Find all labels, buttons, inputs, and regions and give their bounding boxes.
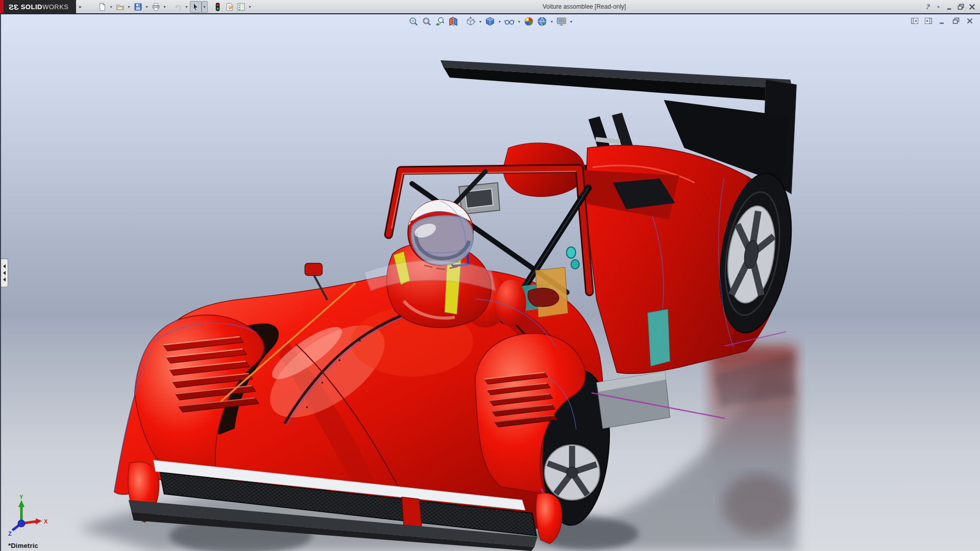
new-document-dropdown[interactable]: ▾ (108, 1, 114, 13)
previous-view-icon (435, 16, 445, 27)
collapse-arrow-icon (3, 264, 6, 268)
menu-expand-arrow[interactable]: ▸ (77, 2, 84, 12)
select-dropdown[interactable]: ▾ (202, 1, 208, 13)
help-dropdown-button[interactable] (933, 2, 943, 12)
undo-icon (174, 3, 182, 11)
apply-scene-icon (537, 16, 547, 27)
logo-glyph: ЗS (9, 3, 19, 11)
window-title: Voiture assomblee [Read-only] (543, 0, 626, 13)
model-render[interactable] (1, 14, 980, 551)
file-properties-icon (225, 3, 234, 11)
triad-x-label: X (44, 518, 48, 524)
select-button[interactable] (190, 1, 202, 13)
solidworks-logo: ЗS SOLIDWORKS (0, 0, 76, 13)
open-button[interactable] (114, 1, 126, 13)
collapse-arrow-icon (3, 278, 6, 282)
edit-appearance-icon (524, 16, 534, 27)
help-dropdown-icon (935, 3, 942, 11)
new-document-icon (98, 3, 107, 11)
doc-minimize-button[interactable] (937, 16, 947, 26)
hide-show-items-dropdown[interactable]: ▾ (516, 15, 522, 28)
new-document-button[interactable] (96, 1, 108, 13)
logo-brand-bold: SOLID (21, 3, 42, 11)
doc-minimize-icon (938, 17, 946, 25)
save-button[interactable] (132, 1, 144, 13)
open-icon (116, 3, 125, 11)
previous-view-button[interactable] (433, 15, 447, 28)
save-dropdown[interactable]: ▾ (144, 1, 150, 13)
print-dropdown[interactable]: ▾ (162, 1, 168, 13)
toggle-left-pane-icon (911, 17, 919, 25)
options-button[interactable] (235, 1, 247, 13)
rebuild-button[interactable] (212, 1, 224, 13)
doc-restore-icon (952, 17, 960, 25)
hide-show-items-icon (504, 16, 514, 27)
rebuild-icon (213, 3, 222, 11)
file-properties-button[interactable] (224, 1, 235, 13)
open-dropdown[interactable]: ▾ (126, 1, 132, 13)
save-icon (134, 3, 142, 11)
collapse-arrow-icon (3, 271, 6, 275)
view-settings-icon (556, 16, 567, 27)
edit-appearance-button[interactable] (522, 15, 535, 28)
zoom-to-fit-icon (408, 16, 419, 27)
window-restore-icon (957, 3, 965, 11)
section-view-icon (448, 16, 458, 27)
hide-show-items-button[interactable] (503, 15, 516, 28)
logo-accent-strip (0, 0, 4, 13)
section-view-button[interactable] (447, 15, 460, 28)
help-button[interactable]: ? (922, 2, 932, 12)
toggle-right-pane-button[interactable] (923, 16, 934, 26)
view-settings-button[interactable] (555, 15, 568, 28)
zoom-to-area-button[interactable] (420, 15, 433, 28)
zoom-to-area-icon (422, 16, 432, 27)
orientation-triad: Y X Z (4, 495, 50, 538)
window-close-button[interactable] (967, 2, 977, 12)
view-orientation-label: *Dimetric (8, 542, 38, 549)
undo-dropdown[interactable]: ▾ (184, 1, 190, 13)
headsup-view-toolbar: ▾▾▾▾▾ (407, 15, 574, 28)
display-style-button[interactable] (483, 15, 497, 28)
title-bar: ЗS SOLIDWORKS ▸ ▾▾▾▾▾▾▾ Voiture assomble… (0, 0, 980, 14)
toggle-left-pane-button[interactable] (910, 16, 920, 26)
help-icon: ? (923, 3, 931, 11)
print-button[interactable] (150, 1, 162, 13)
view-orientation-icon (465, 16, 476, 27)
document-window-controls (910, 16, 975, 26)
display-style-icon (485, 16, 495, 27)
featuremanager-collapsed-tab[interactable] (1, 259, 8, 287)
triad-z-label: Z (8, 531, 12, 537)
window-minimize-icon (946, 3, 953, 11)
standard-toolbar: ▾▾▾▾▾▾▾ (96, 0, 253, 13)
svg-text:?: ? (925, 3, 930, 11)
window-minimize-button[interactable] (944, 2, 954, 12)
print-icon (152, 3, 160, 11)
window-restore-button[interactable] (955, 2, 966, 12)
toggle-right-pane-icon (924, 17, 933, 25)
solidworks-window: ЗS SOLIDWORKS ▸ ▾▾▾▾▾▾▾ Voiture assomble… (0, 0, 980, 551)
logo-brand-light: WORKS (42, 3, 69, 11)
display-style-dropdown[interactable]: ▾ (497, 15, 503, 28)
options-icon (237, 3, 246, 11)
doc-close-icon (966, 17, 974, 25)
zoom-to-fit-button[interactable] (407, 15, 420, 28)
apply-scene-dropdown[interactable]: ▾ (549, 15, 555, 28)
select-icon (191, 3, 200, 11)
apply-scene-button[interactable] (535, 15, 549, 28)
options-dropdown[interactable]: ▾ (247, 1, 253, 13)
window-close-icon (968, 3, 976, 11)
right-mirror (528, 288, 559, 307)
view-settings-dropdown[interactable]: ▾ (568, 15, 574, 28)
doc-restore-button[interactable] (951, 16, 961, 26)
graphics-viewport[interactable]: ▾▾▾▾▾ Y X Z *Dimetric (0, 14, 980, 551)
triad-y-label: Y (19, 495, 23, 500)
view-orientation-dropdown[interactable]: ▾ (477, 15, 483, 28)
intake-housing (459, 183, 500, 214)
doc-close-button[interactable] (965, 16, 975, 26)
undo-button[interactable] (172, 1, 184, 13)
window-controls: ? (922, 0, 977, 13)
view-orientation-button[interactable] (464, 15, 477, 28)
